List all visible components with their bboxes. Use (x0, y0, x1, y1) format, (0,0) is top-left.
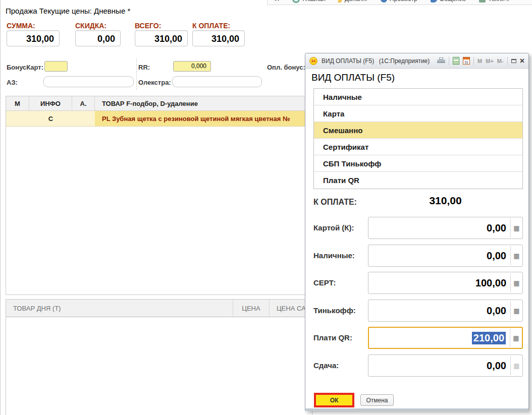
list-item-cash[interactable]: Наличные (314, 89, 522, 105)
summa-label: СУММА: (7, 22, 35, 30)
list-item-plati-qr[interactable]: Плати QR (314, 172, 522, 189)
dialog-heading: ВИД ОПЛАТЫ (F5) (311, 72, 395, 83)
vsego-label: ВСЕГО: (135, 22, 161, 30)
col-day-tovar-header[interactable]: ТОВАР ДНЯ (Т) (6, 300, 233, 317)
puzzle-icon (479, 0, 486, 3)
tinkoff-amount-input[interactable]: 0,00 ▦ (368, 300, 523, 322)
card-amount-row: Картой (К): 0,00 ▦ (305, 217, 528, 239)
certificate-amount-label: СЕРТ: (313, 272, 336, 294)
plati-qr-amount-row: Плати QR: 210,00 ▦ (305, 327, 528, 349)
page-title: Продажа Текущие цены: Дневные * (6, 7, 130, 15)
bonus-card-input[interactable] (44, 61, 68, 72)
col-tovar-header[interactable]: ТОВАР F-подбор, D-удаление (95, 96, 312, 110)
print-icon[interactable] (437, 57, 445, 64)
rr-input[interactable]: 0,000 (173, 61, 211, 72)
cell-info: С (29, 111, 72, 126)
calculator-icon[interactable] (453, 57, 459, 65)
dialog-title: ВИД ОПЛАТЫ (F5) (322, 57, 374, 65)
skidka-value: 0,00 (75, 30, 121, 46)
toolbar-item-label: Общение (440, 0, 466, 3)
rr-label: RR: (138, 64, 150, 71)
plati-qr-amount-label: Плати QR: (313, 327, 352, 349)
certificate-amount-row: СЕРТ: 100,00 ▦ (305, 272, 528, 294)
card-amount-input[interactable]: 0,00 ▦ (368, 217, 523, 239)
list-item-certificate[interactable]: Сертификат (314, 139, 522, 155)
toolbar-item-chat[interactable]: Общение (431, 0, 466, 3)
lightning-icon (338, 0, 343, 3)
cash-amount-label: Наличные: (313, 245, 355, 267)
calculator-icon[interactable]: ▦ (511, 300, 522, 321)
cancel-button[interactable]: Отмена (360, 394, 394, 406)
plati-qr-amount-value: 210,00 (472, 332, 506, 344)
toolbar-item-label: Технич. (488, 0, 509, 3)
change-amount-label: Сдача: (313, 354, 339, 377)
toolbar-item-main[interactable]: Главная (292, 0, 326, 3)
plati-qr-amount-input[interactable]: 210,00 ▦ (368, 327, 523, 349)
cash-amount-value: 0,00 (487, 250, 506, 262)
calculator-icon[interactable]: ▦ (511, 245, 522, 266)
calculator-icon[interactable]: ▦ (510, 328, 522, 348)
list-item-card[interactable]: Карта (314, 105, 522, 122)
change-amount-row: Сдача: 0,00 ▦ (305, 354, 528, 377)
az-input[interactable] (43, 76, 134, 87)
az-label: АЗ: (7, 79, 18, 86)
toolbar-item-tech[interactable]: Технич. (479, 0, 509, 3)
col-price-header[interactable]: ЦЕНА (233, 300, 270, 317)
calendar-icon[interactable]: 31 (463, 57, 470, 65)
col-a-header[interactable]: А. (72, 96, 95, 110)
divider (473, 57, 474, 65)
dialog-titlebar[interactable]: 1с ВИД ОПЛАТЫ (F5) (1С:Предприятие) 31 M… (305, 53, 528, 69)
skidka-label: СКИДКА: (75, 22, 107, 30)
cash-amount-row: Наличные: 0,00 ▦ (305, 245, 528, 267)
ok-button[interactable]: ОК (314, 393, 354, 407)
dialog-app-name: (1С:Предприятие) (379, 57, 430, 65)
calculator-icon[interactable]: ▦ (511, 217, 522, 239)
day-products-table: ТОВАР ДНЯ (Т) ЦЕНА ЦЕНА СА (6, 299, 312, 415)
total-due-value: 310,00 (368, 195, 523, 207)
vsego-value: 310,00 (135, 30, 188, 46)
toolbar-item-extra[interactable]: Дополн. (339, 0, 367, 3)
refresh-ring-icon (292, 0, 300, 3)
view-icon (381, 0, 387, 3)
memory-plus-button[interactable]: M+ (486, 58, 494, 64)
items-table: М ИНФО А. ТОВАР F-подбор, D-удаление С P… (6, 96, 312, 295)
olextra-label: Олекстра: (138, 79, 171, 86)
certificate-amount-input[interactable]: 100,00 ▦ (368, 272, 523, 294)
k-oplate-label: К ОПЛАТЕ: (192, 22, 230, 30)
change-amount-input[interactable]: 0,00 ▦ (368, 354, 523, 377)
tinkoff-amount-label: Тинькофф: (313, 300, 356, 322)
close-icon[interactable]: × (520, 57, 524, 65)
calculator-icon: ▦ (511, 355, 522, 376)
toolbar-item-view[interactable]: Просмотр (381, 0, 417, 3)
list-item-mixed[interactable]: Смешанно (314, 122, 522, 139)
close-icon[interactable]: × (275, 0, 279, 4)
memory-button[interactable]: M (477, 58, 482, 64)
olextra-input[interactable] (172, 76, 262, 87)
toolbar-item-label: Просмотр (390, 0, 417, 3)
total-due-label: К ОПЛАТЕ: (313, 198, 357, 207)
cash-amount-input[interactable]: 0,00 ▦ (368, 245, 523, 267)
col-info-header[interactable]: ИНФО (29, 96, 72, 110)
maximize-icon[interactable] (511, 59, 516, 63)
cell-m (6, 111, 29, 126)
k-oplate-value: 310,00 (192, 30, 245, 46)
list-item-sbp-tinkoff[interactable]: СБП Тинькофф (314, 155, 522, 172)
summa-value: 310,00 (7, 30, 60, 46)
card-amount-label: Картой (К): (313, 217, 354, 239)
tinkoff-amount-value: 0,00 (487, 305, 506, 317)
table-row[interactable]: С PL Зубная щетка с резиновой щетиной мя… (6, 111, 312, 127)
divider (507, 57, 508, 65)
divider (449, 57, 449, 65)
memory-minus-button[interactable]: M- (497, 58, 504, 64)
top-toolbar-fragment: × Главная Дополн. Просмотр Общение Техни… (267, 0, 532, 5)
payment-dialog: 1с ВИД ОПЛАТЫ (F5) (1С:Предприятие) 31 M… (305, 53, 529, 411)
col-m-header[interactable]: М (6, 96, 29, 110)
items-table-header: М ИНФО А. ТОВАР F-подбор, D-удаление (6, 96, 312, 111)
divider (136, 58, 137, 90)
day-table-header: ТОВАР ДНЯ (Т) ЦЕНА ЦЕНА СА (6, 300, 312, 317)
change-amount-value: 0,00 (487, 360, 506, 372)
cell-a (72, 111, 95, 126)
opl-bonus-label: Опл. бонус: (267, 64, 305, 71)
calculator-icon[interactable]: ▦ (511, 272, 522, 293)
toolbar-item-label: Дополн. (345, 0, 367, 3)
